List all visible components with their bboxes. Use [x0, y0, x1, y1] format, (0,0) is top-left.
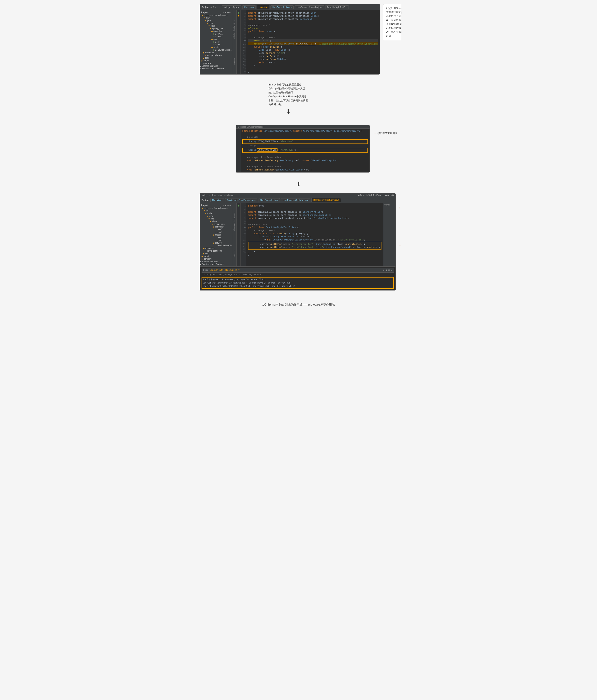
page-caption: 1-2 Spring中Bean对象的作用域——prototype原型作用域 — [200, 301, 397, 309]
getbean-annotation: ↑ 我们再通过userController获取user对象对其进行修改，然后再让… — [399, 206, 401, 232]
code-line-3: import org.springframework.stereotype.Co… — [248, 18, 378, 21]
run-tab[interactable]: BeanLifeStyleTestDrive ▼ — [210, 269, 240, 272]
tree-pom[interactable]: X pom.xml — [200, 62, 233, 65]
tree-userc[interactable]: C UserC... — [200, 32, 233, 35]
tree-target[interactable]: ▶ target — [200, 59, 233, 62]
sidebar-header-2: Project ≡ ⊕ ÷ ✦ – — [200, 204, 233, 207]
iface-line-5: 1 usage — [242, 144, 368, 147]
code-line-7: public class Users { — [248, 30, 378, 33]
tree-usere[interactable]: C UserE... — [200, 35, 233, 38]
code-line-1: import org.springframework.context.annot… — [248, 11, 378, 15]
ide-window-2: spring core | src | main | java | com ▶ … — [200, 193, 396, 291]
tree2-java[interactable]: ▼ java — [200, 215, 233, 218]
folder-icon: ▼ — [210, 221, 212, 223]
code2-line-12: = new ClassPathXmlApplicationContext(.co… — [248, 238, 381, 241]
tree2-main[interactable]: ▼ main — [200, 212, 233, 215]
ide-body-2: Project ≡ ⊕ ÷ ✦ – ▼ spring core E:/java/… — [200, 203, 395, 267]
top-section: Project ≡ ⊕ ÷ ✦ – spring-config.xml User… — [200, 4, 397, 77]
project-sidebar-1: Project ≡ ⊕ ÷ ✦ – ▼ spring core E:/java/… — [200, 10, 233, 74]
tree2-controller[interactable]: ▶ controller — [200, 225, 233, 228]
java-icon: C — [215, 231, 216, 233]
tree2-src[interactable]: ▼ src — [200, 209, 233, 212]
tab2-configurable[interactable]: ConfigurableBeanFactory.class — [225, 198, 257, 202]
tab-userjava-active[interactable]: UserJava — [257, 5, 269, 9]
folder-icon: ▼ — [208, 218, 210, 220]
tree-spring-core[interactable]: ▼ spring core E:/java/ll/spring... — [200, 14, 233, 17]
tree-model[interactable]: ▶ model — [200, 38, 233, 41]
tree2-scratches[interactable]: ▶ Scratches and Consoles — [200, 263, 233, 266]
tab2-beanlife[interactable]: BeanLifeStyleTestDrive.java — [312, 198, 341, 202]
tree-java[interactable]: ▼ java — [200, 19, 233, 22]
tree2-spring-xml[interactable]: X spring-config.xml — [200, 250, 233, 252]
tree2-usere[interactable]: C UserE — [200, 231, 233, 233]
folder-icon: ▶ — [213, 234, 215, 236]
tree-resources[interactable]: ▶ resources — [200, 51, 233, 54]
tab2-userenhance[interactable]: UserEnhanceController.java — [281, 198, 310, 202]
tree-external-libs[interactable]: ▶ External Libraries — [200, 65, 233, 67]
code2-line-16: } — [248, 253, 381, 256]
tree-scratches[interactable]: ▶ Scratches and Consoles — [200, 67, 233, 70]
tree2-resources[interactable]: ▶ resources — [200, 247, 233, 250]
tree2-service[interactable]: ▶ service — [200, 242, 233, 244]
tree2-ext-libs[interactable]: ▶ External Libraries — [200, 260, 233, 263]
arrow-down-1: ⬇ — [286, 108, 291, 115]
folder-icon: ▶ — [200, 68, 201, 70]
xml-icon: X — [205, 250, 206, 252]
tree-users[interactable]: C Users — [200, 43, 233, 46]
tree2-com[interactable]: ▼ com — [200, 218, 233, 220]
tree2-spring-core-pkg[interactable]: ▼ spring_core — [200, 223, 233, 225]
tab-beanlife[interactable]: BeanLifeStyleTestD... — [325, 5, 349, 9]
folder-icon: ▶ — [212, 30, 213, 32]
code2-line-13: context.getBean( name: "userController",… — [249, 243, 380, 246]
xml-icon: M — [202, 258, 203, 260]
tab-spring-config[interactable]: spring-config.xml — [222, 5, 241, 9]
tree-spring-core-pkg[interactable]: ▼ spring_core — [200, 27, 233, 30]
tree2-target[interactable]: ▶ target — [200, 255, 233, 257]
folder-icon: ▶ — [203, 253, 205, 255]
folder-icon: ▶ — [200, 65, 201, 67]
tab-usercontroller[interactable]: UserController.java × — [271, 5, 294, 9]
tree-main[interactable]: ▼ main — [200, 17, 233, 19]
titlebar-2: Project Users.java ConfigurableBeanFacto… — [200, 197, 395, 203]
tree-shuai[interactable]: ▼ shuai — [200, 25, 233, 27]
code2-line-5: import org.springframework.context.suppo… — [248, 217, 381, 220]
tree2-shuai[interactable]: ▼ shuai — [200, 220, 233, 223]
tree-beanlife[interactable]: C BeanLifeStyleTe... — [200, 49, 233, 51]
tab2-users[interactable]: Users.java — [210, 198, 224, 202]
code-area-1: import org.springframework.context.annot… — [246, 10, 380, 74]
tab-userenhance[interactable]: UserEnhanceController.java — [295, 5, 324, 9]
tree-user[interactable]: C User — [200, 41, 233, 43]
interface-annotation-container: ← 接口中的常量属性 — [373, 123, 397, 135]
titlebar-1: Project ≡ ⊕ ÷ ✦ – spring-config.xml User… — [200, 4, 380, 10]
tree2-user[interactable]: C User — [200, 236, 233, 239]
line-numbers-1: 12345 678910 1112131415 1617181920 — [241, 10, 246, 74]
tree2-test[interactable]: ▶ test — [200, 252, 233, 255]
folder-icon: ▶ — [200, 261, 201, 263]
tree-test[interactable]: ▶ test — [200, 57, 233, 59]
code2-line-4: import com.shuai.spring_core.controller.… — [248, 214, 381, 217]
middle-annotation-text: Bean对象作用域的设置是通过@Scope注解加作用域属性来实现的。这里使用的是… — [269, 83, 308, 106]
code-area-2: package com; import com.shuai.spring_cor… — [246, 203, 383, 267]
java-icon: C — [213, 35, 215, 38]
tree-service[interactable]: ▶ service — [200, 46, 233, 49]
tree2-pom[interactable]: M pom.xml — [200, 257, 233, 260]
tree-controller[interactable]: ▶ controller — [200, 30, 233, 32]
folder-icon: ▼ — [210, 28, 212, 30]
code-line-5: no usages new * — [248, 24, 378, 27]
line-numbers-2: 12345 678910 1112131415 16 — [241, 203, 246, 267]
iface-line-6: String SCOPE_PROTOTYPE = "prototype"; — [244, 149, 367, 152]
tree2-spring-core[interactable]: ▼ spring core E:/java/ll/spring... — [200, 207, 233, 209]
tab-users-java[interactable]: Users.java — [242, 5, 256, 9]
code2-line-1: package com; — [248, 204, 381, 207]
code-line-14: user.setName("八成"); — [248, 51, 378, 54]
tree2-beanlife[interactable]: C BeanLifeStyleTe... — [200, 244, 233, 247]
console-line-2: userController获取到的公共Bean对象user: User(nam… — [203, 281, 393, 284]
tree2-model[interactable]: ▶ model — [200, 233, 233, 236]
tree2-users[interactable]: C Users — [200, 239, 233, 242]
tab2-usercontroller[interactable]: UserController.java — [258, 198, 280, 202]
code-line-10: @Bean("user") — [248, 39, 378, 42]
tree2-userc[interactable]: C UserC — [200, 228, 233, 231]
tree-spring-config-xml[interactable]: X spring-config.xml — [200, 54, 233, 57]
tree-com[interactable]: ▼ com — [200, 22, 233, 25]
folder-icon: ▼ — [208, 25, 210, 27]
